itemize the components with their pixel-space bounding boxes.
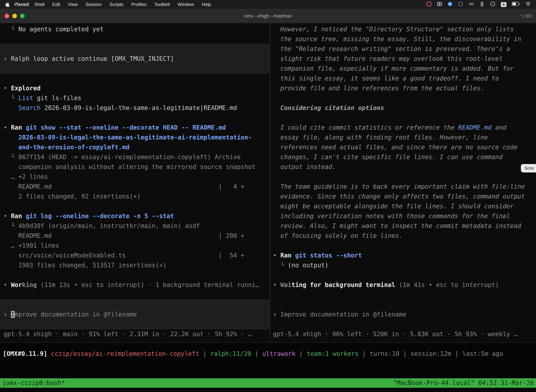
tiling-grid-icon[interactable] (437, 1, 442, 8)
text-segment: turns:10 (370, 350, 399, 357)
text-segment: essay file, along with finding root file… (273, 134, 488, 141)
terminal-line: slight risk that future readers may over… (270, 54, 536, 64)
text-segment: session:12m (411, 350, 451, 357)
screen-overlay-tab[interactable]: Scre (521, 164, 536, 173)
text-segment: and (492, 124, 506, 131)
terminal-line: • Working (11m 13s • esc to interrupt) ·… (0, 280, 270, 290)
text-segment: List (18, 94, 33, 102)
menu-item-view[interactable]: View (64, 2, 81, 7)
prompt-line: › Improve documentation in @filename (270, 309, 536, 319)
text-segment: › (273, 311, 280, 318)
text-segment: the source tree, missing the essay. Stil… (273, 36, 521, 42)
menu-item-session[interactable]: Session (81, 2, 106, 7)
text-segment: | (399, 350, 411, 357)
blank-line (270, 172, 536, 182)
window-title-bar[interactable]: omx --xhigh --madmax ⌥⌘1 (0, 9, 536, 23)
text-segment: › (4, 311, 11, 318)
text-segment: • (4, 124, 11, 131)
screen-recording-icon[interactable] (426, 1, 431, 8)
terminal-line: 2026-03-09-is-legal-the-same-as-legitima… (0, 132, 270, 142)
prompt-line: › Ralph loop active continue [OMX_TMUX_I… (0, 54, 270, 64)
terminal-line: └ 4b9d30f (origin/main, instructkr/main,… (0, 221, 270, 231)
omx-status-bar: [OMX#0.11.9] cczip/essay/ai-reimplementa… (0, 349, 536, 359)
ralph-loop-banner[interactable]: › Ralph loop active continue [OMX_TMUX_I… (0, 44, 270, 73)
input-source-icon[interactable]: A (501, 2, 507, 7)
text-segment: • (4, 213, 11, 219)
text-segment: Wai (280, 281, 291, 288)
figure-eight-icon[interactable] (479, 1, 485, 8)
text-segment (22, 124, 26, 131)
text-segment: The team guideline is to back every impo… (273, 183, 525, 190)
blank-line (270, 241, 536, 250)
blank-line (270, 113, 536, 123)
text-segment: • (273, 252, 280, 259)
blue-app-icon[interactable] (447, 1, 453, 8)
terminal-line: The team guideline is to back every impo… (270, 182, 536, 191)
text-segment: changes, I can't cite specific file line… (273, 154, 502, 160)
terminal-line: └ (no output) (270, 260, 536, 270)
terminal-line: Search 2026-03-09-is-legal-the-same-as-l… (0, 103, 270, 113)
terminal-pane-right[interactable]: However, I noticed the "Directory Struct… (270, 23, 536, 342)
apple-menu-icon[interactable] (5, 2, 10, 7)
text-segment: 2026-03-09-is-legal-the-same-as-legitima… (41, 104, 237, 111)
text-segment (291, 252, 295, 259)
blank-line (0, 290, 270, 300)
blank-line (270, 93, 536, 103)
terminal-line: might be acceptable alongside the file l… (270, 201, 536, 211)
text-segment: team:1 workers (307, 350, 359, 357)
menu-item-scripts[interactable]: Scripts (105, 2, 127, 7)
text-segment: No agents completed yet (18, 26, 104, 33)
text-segment: | (251, 350, 262, 357)
terminal-line: README.md | 280 + (0, 231, 270, 241)
text-segment: ralph:11/20 (210, 350, 251, 357)
right-input-box[interactable]: › Improve documentation in @filename (270, 300, 536, 329)
left-input-box[interactable]: › Improve documentation in @filename (0, 300, 270, 329)
terminal-line: changes, I can't cite specific file line… (270, 152, 536, 162)
keyboard-dots-icon[interactable] (469, 1, 474, 8)
menu-item-shell[interactable]: Shell (30, 2, 48, 7)
gauge-61-icon[interactable]: .61 (490, 1, 496, 8)
text-segment: companion file, especially if more comme… (273, 65, 514, 72)
terminal-pane-left[interactable]: └ No agents completed yet› Ralph loop ac… (0, 23, 270, 342)
text-segment: 2 files changed, 92 insertions(+) (4, 193, 141, 200)
text-segment: … +2 lines (4, 173, 48, 180)
terminal-line: including verification notes with those … (270, 211, 536, 221)
blank-line (270, 270, 536, 280)
terminal-line: this single essay, it seems like a good … (270, 73, 536, 83)
text-segment: ultrawork (262, 350, 296, 357)
text-segment: provide file and line references from th… (273, 85, 484, 92)
text-segment: README.md (458, 124, 492, 131)
terminal-line: • Ran git show --stat --oneline --decora… (0, 123, 270, 132)
menu-item-profiles[interactable]: Profiles (127, 2, 150, 7)
text-segment: (11m 13s • esc to interrupt) · 1 backgro… (37, 281, 259, 288)
text-segment: Improve documentation in @filename (280, 311, 406, 318)
desktop: iTerm2 ShellEditViewSessionScriptsProfil… (0, 0, 536, 392)
text-segment: might be acceptable alongside the file l… (273, 203, 514, 210)
text-segment: README.md | 4 + (4, 183, 244, 190)
dark-app-icon[interactable] (458, 1, 463, 8)
terminal-line: the source tree, missing the essay. Stil… (270, 34, 536, 44)
text-segment: Wor (11, 281, 22, 288)
text-segment: • (273, 281, 280, 288)
wifi-icon[interactable] (525, 2, 531, 7)
terminal-line: src/voice/voiceModeEnabled.ts | 54 + (0, 250, 270, 260)
menu-item-help[interactable]: Help (198, 2, 215, 7)
status-separator (0, 342, 536, 343)
menu-item-window[interactable]: Window (174, 2, 198, 7)
text-segment: 1903 files changed, 513517 insertions(+) (4, 262, 167, 269)
battery-icon[interactable] (512, 2, 520, 7)
prompt-line: › Improve documentation in @filename (0, 309, 270, 319)
text-segment: [OMX#0.11.9] (3, 350, 47, 357)
terminal-line: companion file, especially if more comme… (270, 64, 536, 73)
terminal-line: 2 files changed, 92 insertions(+) (0, 191, 270, 201)
terminal-line: • Ran git status --short (270, 250, 536, 260)
terminal-line: However, I noticed the "Directory Struct… (270, 24, 536, 34)
text-segment: Explored (11, 85, 41, 92)
menu-item-toolbelt[interactable]: Toolbelt (150, 2, 174, 7)
text-segment: I (11, 311, 14, 318)
menu-app-name[interactable]: iTerm2 (14, 2, 29, 7)
menu-item-edit[interactable]: Edit (48, 2, 64, 7)
blank-line (0, 201, 270, 211)
text-segment: └ (4, 154, 18, 160)
terminal-line: 1903 files changed, 513517 insertions(+) (0, 260, 270, 270)
